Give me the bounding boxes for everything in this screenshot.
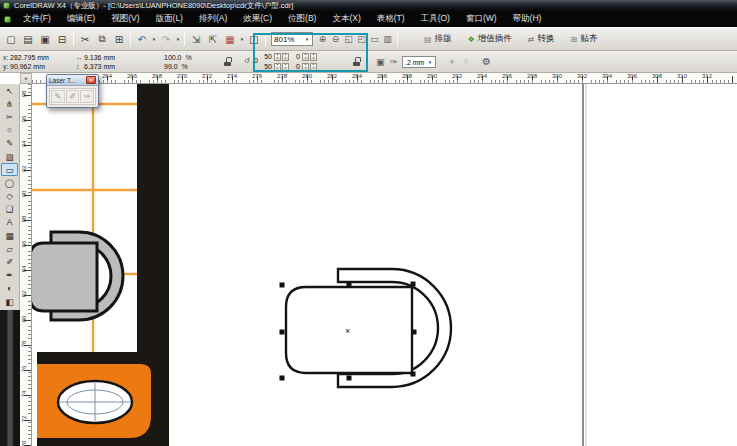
laser-tool-2-icon[interactable]: ✐	[66, 90, 80, 103]
menu-item-0[interactable]: 文件(F)	[15, 11, 59, 27]
paste-icon[interactable]: ⊞	[111, 31, 127, 47]
drawing-area[interactable]: ×	[32, 84, 737, 446]
corner-radius-right-value[interactable]: 0	[290, 52, 301, 61]
object-size-fields[interactable]: ↔9.136 mm ↕6.373 mm	[76, 53, 115, 71]
undo-icon[interactable]: ↶	[134, 31, 150, 47]
app-launcher-icon[interactable]: ▦	[222, 31, 238, 47]
menu-item-4[interactable]: 排列(A)	[191, 11, 235, 27]
selection-handle[interactable]	[411, 282, 416, 287]
wrap-text-icon[interactable]: ▣	[376, 57, 384, 67]
spinner-control[interactable]: ▴▾	[282, 63, 289, 71]
save-icon[interactable]: ▣	[37, 31, 53, 47]
print-icon[interactable]: ⊟	[54, 31, 70, 47]
welcome-screen-icon[interactable]: ◫	[246, 31, 262, 47]
basin-shape[interactable]	[58, 381, 132, 423]
menu-item-3[interactable]: 版面(L)	[148, 11, 191, 27]
laser-tool-palette[interactable]: Laser T... × ✎✐✑	[46, 74, 99, 108]
copy-icon[interactable]: ⧉	[94, 31, 110, 47]
toolbox-table-tool[interactable]: ▦	[1, 229, 18, 242]
toolbox-freehand-tool[interactable]: ✎	[1, 137, 18, 150]
zoom-level-combo[interactable]: 801% ▾	[271, 32, 313, 46]
selection-handle[interactable]	[411, 372, 416, 377]
selection-handle[interactable]	[347, 376, 352, 381]
zoom-selected-icon[interactable]: ◱	[342, 31, 355, 47]
toolbox-shape-tool[interactable]: ⋔	[1, 97, 18, 110]
menu-item-9[interactable]: 工具(O)	[413, 11, 458, 27]
object-position-fields[interactable]: x:282.795 mm y:90.962 mm	[3, 53, 49, 71]
menu-item-10[interactable]: 窗口(W)	[458, 11, 505, 27]
zoom-page-icon[interactable]: ▭	[368, 31, 381, 47]
toolbox-interactive-fill-tool[interactable]: ◧	[1, 295, 18, 308]
plugins-button[interactable]: ❖增值插件	[463, 30, 517, 48]
palette-title-bar[interactable]: Laser T... ×	[47, 75, 98, 86]
ruler-origin-button[interactable]: ⌖	[20, 73, 32, 84]
toolbox-rectangle-tool[interactable]: ▭	[1, 163, 18, 176]
zoom-in-icon[interactable]: ⊕	[316, 31, 329, 47]
rotation-field[interactable]: ↺.0	[244, 56, 258, 65]
layout-button[interactable]: ▤排版	[419, 30, 457, 48]
toolbox-ellipse-tool[interactable]: ◯	[1, 176, 18, 189]
redo-dropdown-icon[interactable]: ▾	[175, 36, 181, 42]
gray-chair-seat[interactable]	[32, 243, 97, 311]
title-bar[interactable]: CorelDRAW X4（专业版）- [C:\Users\LUANPHONE80…	[0, 0, 737, 11]
outline-width-combo[interactable]: .2 mm ▾	[402, 56, 436, 68]
selected-chair-object[interactable]	[286, 269, 451, 387]
toolbox-zoom-tool[interactable]: ○	[1, 124, 18, 137]
spinner-control[interactable]: ▴▾	[274, 53, 281, 61]
toolbox-crop-tool[interactable]: ✂	[1, 110, 18, 123]
toolbox-outline-pen-tool[interactable]: ✒	[1, 269, 18, 282]
import-icon[interactable]: ⇲	[188, 31, 204, 47]
toolbox-basic-shapes-tool[interactable]: ❑	[1, 203, 18, 216]
menu-item-7[interactable]: 文本(X)	[324, 11, 368, 27]
convert-button[interactable]: ⇄转换	[523, 30, 560, 48]
close-icon[interactable]: ×	[86, 76, 96, 84]
scale-lock-icon[interactable]	[224, 57, 231, 66]
corner-radius-lock-icon[interactable]	[353, 57, 360, 66]
corner-radius-right-value[interactable]: 0	[290, 62, 301, 71]
redo-icon[interactable]: ↷	[158, 31, 174, 47]
selection-handle[interactable]	[347, 283, 352, 288]
menu-item-8[interactable]: 表格(T)	[369, 11, 413, 27]
menu-item-11[interactable]: 帮助(H)	[505, 11, 550, 27]
selection-handle[interactable]	[280, 283, 285, 288]
cut-icon[interactable]: ✂	[77, 31, 93, 47]
spinner-control[interactable]: ▴▾	[310, 63, 317, 71]
scale-fields[interactable]: 100.0 % 99.0 %	[164, 53, 192, 71]
snap-button[interactable]: ⊞贴齐	[565, 30, 602, 48]
menu-item-1[interactable]: 编辑(E)	[59, 11, 103, 27]
zoom-page-width-icon[interactable]: ▥	[381, 31, 394, 47]
selection-handle[interactable]	[412, 330, 417, 335]
toolbox-text-tool[interactable]: A	[1, 216, 18, 229]
spinner-control[interactable]: ▴▾	[310, 53, 317, 61]
menu-item-6[interactable]: 位图(B)	[280, 11, 324, 27]
menu-item-2[interactable]: 视图(V)	[103, 11, 147, 27]
selection-handle[interactable]	[280, 330, 285, 335]
export-icon[interactable]: ⇱	[205, 31, 221, 47]
selection-handle[interactable]	[280, 376, 285, 381]
gray-chair-object[interactable]	[32, 232, 123, 320]
toolbox-pick-tool[interactable]: ↖	[1, 84, 18, 97]
corner-radius-left-value[interactable]: 50	[262, 52, 273, 61]
menu-item-5[interactable]: 效果(C)	[235, 11, 280, 27]
spinner-control[interactable]: ▴▾	[274, 63, 281, 71]
toolbox-eyedropper-tool[interactable]: ✐	[1, 255, 18, 268]
effect-icon-1[interactable]: ✦	[448, 57, 456, 67]
spinner-control[interactable]: ▴▾	[282, 53, 289, 61]
toolbox-interactive-blend-tool[interactable]: ▱	[1, 242, 18, 255]
chevron-down-icon[interactable]: ▾	[427, 59, 433, 65]
toolbox-polygon-tool[interactable]: ◇	[1, 190, 18, 203]
new-icon[interactable]: ▢	[3, 31, 19, 47]
app-launcher-dropdown-icon[interactable]: ▾	[239, 36, 245, 42]
undo-dropdown-icon[interactable]: ▾	[151, 36, 157, 42]
toolbox-fill-tool[interactable]: ◐	[1, 282, 18, 295]
open-icon[interactable]: ▤	[20, 31, 36, 47]
gear-icon[interactable]: ⚙	[482, 56, 490, 67]
effect-icon-2[interactable]: ✧	[462, 57, 470, 67]
laser-tool-1-icon[interactable]: ✎	[51, 90, 65, 103]
laser-tool-3-icon[interactable]: ✑	[80, 90, 94, 103]
chevron-down-icon[interactable]: ▾	[304, 36, 310, 42]
toolbox-smart-fill-tool[interactable]: ▨	[1, 150, 18, 163]
vertical-ruler[interactable]: 989694929088868482807876747270	[20, 84, 32, 446]
horizontal-ruler[interactable]: 2602622642662682702722742762782802822842…	[32, 73, 737, 84]
zoom-all-objects-icon[interactable]: ◰	[355, 31, 368, 47]
